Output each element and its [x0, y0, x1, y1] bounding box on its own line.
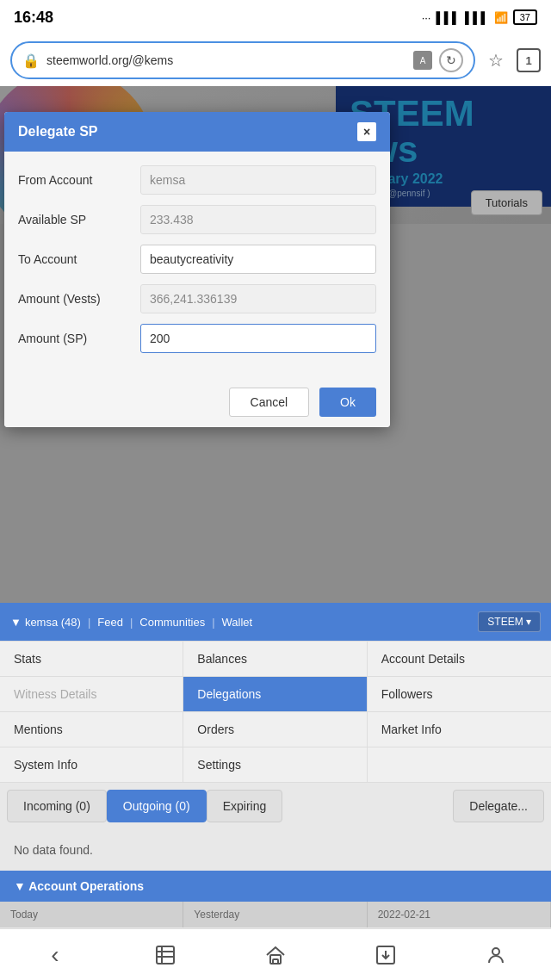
bottom-nav: ‹	[0, 928, 551, 980]
modal-body: From Account Available SP To Account Amo…	[4, 152, 390, 377]
delegation-tab-0[interactable]: Incoming (0)	[7, 790, 107, 822]
nav-sep3: |	[212, 616, 214, 629]
from-account-row: From Account	[18, 165, 376, 195]
account-ops-header[interactable]: ▼ Account Operations	[0, 871, 551, 902]
menu-cell-balances[interactable]: Balances	[183, 642, 367, 677]
ops-dates: TodayYesterday2022-02-21	[0, 902, 551, 927]
ops-date-1[interactable]: Yesterday	[183, 902, 367, 927]
available-sp-row: Available SP	[18, 205, 376, 234]
menu-cell-11	[368, 747, 551, 783]
nav-dropdown[interactable]: ▼ kemsa (48)	[10, 616, 81, 629]
delegate-sp-modal: Delegate SP × From Account Available SP …	[4, 112, 390, 427]
to-account-row: To Account	[18, 245, 376, 274]
menu-cell-market-info[interactable]: Market Info	[368, 712, 551, 747]
url-bar[interactable]: 🔒 steemworld.org/@kems A ↻	[10, 41, 475, 79]
nav-communities-link[interactable]: Communities	[139, 616, 205, 629]
nav-username: kemsa (48)	[25, 616, 81, 629]
menu-cell-stats[interactable]: Stats	[0, 642, 183, 677]
browser-bar: 🔒 steemworld.org/@kems A ↻ ☆ 1	[0, 34, 551, 86]
translate-icon[interactable]: A	[413, 51, 432, 70]
ops-date-0[interactable]: Today	[0, 902, 183, 927]
available-sp-input	[140, 205, 376, 234]
modal-title: Delegate SP	[18, 124, 97, 140]
to-account-input[interactable]	[140, 245, 376, 274]
modal-overlay: Delegate SP × From Account Available SP …	[0, 86, 551, 603]
steem-currency-btn[interactable]: STEEM ▾	[478, 611, 541, 632]
svg-rect-5	[273, 959, 278, 964]
modal-header: Delegate SP ×	[4, 112, 390, 152]
amount-sp-input[interactable]	[140, 324, 376, 353]
modal-footer: Cancel Ok	[4, 377, 390, 427]
no-data-message: No data found.	[0, 829, 551, 871]
from-account-label: From Account	[18, 173, 130, 187]
ok-button[interactable]: Ok	[319, 388, 376, 417]
amount-vests-label: Amount (Vests)	[18, 292, 130, 306]
menu-cell-delegations[interactable]: Delegations	[183, 677, 367, 712]
amount-vests-input	[140, 284, 376, 313]
dropdown-icon: ▼	[10, 616, 22, 629]
delegation-tab-3[interactable]: Delegate...	[453, 790, 544, 822]
nav-feed-link[interactable]: Feed	[97, 616, 123, 629]
amount-sp-row: Amount (SP)	[18, 324, 376, 353]
url-text: steemworld.org/@kems	[46, 53, 406, 67]
menu-cell-system-info[interactable]: System Info	[0, 747, 183, 783]
download-icon[interactable]	[364, 938, 407, 972]
ops-date-2[interactable]: 2022-02-21	[368, 902, 551, 927]
from-account-input[interactable]	[140, 165, 376, 195]
lock-icon: 🔒	[22, 53, 40, 69]
nav-wallet-link[interactable]: Wallet	[222, 616, 253, 629]
menu-cell-orders[interactable]: Orders	[183, 712, 367, 747]
home-icon[interactable]	[254, 938, 297, 972]
nav-sep1: |	[88, 616, 90, 629]
nav-bar: ▼ kemsa (48) | Feed | Communities | Wall…	[0, 603, 551, 641]
status-time: 16:48	[14, 9, 53, 27]
available-sp-label: Available SP	[18, 213, 130, 226]
menu-cell-witness-details[interactable]: Witness Details	[0, 677, 183, 712]
svg-rect-0	[157, 946, 174, 964]
account-ops-title: ▼ Account Operations	[14, 879, 144, 893]
cancel-button[interactable]: Cancel	[229, 388, 310, 417]
amount-sp-label: Amount (SP)	[18, 332, 130, 345]
signal-bars2-icon: ▌▌▌	[465, 11, 489, 24]
status-icons: ··· ▌▌▌ ▌▌▌ 📶 37	[422, 9, 537, 25]
page-background: STEEM ews February 2022 romoted / @penns…	[0, 86, 551, 603]
menu-cell-account-details[interactable]: Account Details	[368, 642, 551, 677]
menu-cell-followers[interactable]: Followers	[368, 677, 551, 712]
profile-icon[interactable]	[474, 938, 517, 972]
delegation-tab-1[interactable]: Outgoing (0)	[107, 790, 207, 822]
bookmarks-icon[interactable]	[144, 938, 187, 972]
amount-vests-row: Amount (Vests)	[18, 284, 376, 313]
delegation-tab-2[interactable]: Expiring	[207, 790, 283, 822]
signal-dots-icon: ···	[422, 11, 431, 24]
delegation-tabs: Incoming (0)Outgoing (0)ExpiringDelegate…	[0, 783, 551, 829]
menu-cell-settings[interactable]: Settings	[183, 747, 367, 783]
bookmark-icon[interactable]: ☆	[482, 47, 510, 74]
wifi-icon: 📶	[494, 11, 508, 24]
svg-point-7	[492, 948, 499, 955]
back-button[interactable]: ‹	[34, 938, 77, 972]
status-bar: 16:48 ··· ▌▌▌ ▌▌▌ 📶 37	[0, 0, 551, 34]
menu-cell-mentions[interactable]: Mentions	[0, 712, 183, 747]
refresh-icon[interactable]: ↻	[439, 48, 463, 72]
nav-sep2: |	[130, 616, 133, 629]
signal-bars-icon: ▌▌▌	[436, 11, 460, 24]
tab-count[interactable]: 1	[517, 48, 541, 72]
to-account-label: To Account	[18, 252, 130, 266]
modal-close-button[interactable]: ×	[357, 122, 376, 141]
battery-icon: 37	[513, 9, 537, 25]
menu-grid: StatsBalancesAccount DetailsWitness Deta…	[0, 641, 551, 783]
